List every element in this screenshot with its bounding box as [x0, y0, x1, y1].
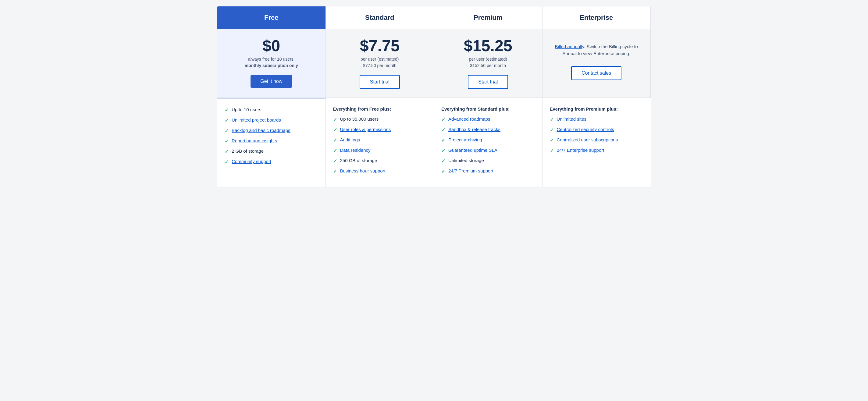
plan-header-enterprise: Enterprise	[542, 6, 651, 29]
check-icon: ✓	[550, 148, 554, 154]
feature-premium-5: ✓ 24/7 Premium support	[441, 168, 535, 174]
billed-annually-link[interactable]: Billed annually	[555, 44, 584, 49]
price-sub-free: always free for 10 users, monthly subscr…	[245, 56, 298, 69]
centralized-subscriptions-link[interactable]: Centralized user subscriptions	[557, 137, 618, 142]
plan-features-enterprise: Everything from Premium plus: ✓ Unlimite…	[542, 98, 651, 187]
feature-standard-4: ✓ 250 GB of storage	[333, 158, 427, 164]
plan-name-free: Free	[264, 14, 278, 21]
plan-pricing-free: $0 always free for 10 users, monthly sub…	[217, 29, 326, 98]
start-trial-premium-button[interactable]: Start trial	[468, 75, 508, 89]
check-icon: ✓	[225, 118, 228, 123]
feature-free-0: ✓ Up to 10 users	[225, 107, 318, 113]
price-sub-premium: per user (estimated) $152.50 per month	[469, 56, 507, 69]
plan-features-standard: Everything from Free plus: ✓ Up to 35,00…	[326, 98, 434, 187]
check-icon: ✓	[225, 159, 228, 165]
price-standard: $7.75	[360, 38, 400, 54]
price-free: $0	[262, 38, 280, 54]
unlimited-sites-link[interactable]: Unlimited sites	[557, 116, 587, 122]
uptime-sla-link[interactable]: Guaranteed uptime SLA	[448, 148, 497, 153]
plan-name-enterprise: Enterprise	[580, 14, 613, 21]
feature-standard-3: ✓ Data residency	[333, 148, 427, 154]
reporting-insights-link[interactable]: Reporting and insights	[231, 138, 277, 143]
check-icon: ✓	[225, 149, 228, 154]
feature-free-3: ✓ Reporting and insights	[225, 138, 318, 144]
feature-enterprise-2: ✓ Centralized user subscriptions	[550, 137, 644, 143]
check-icon: ✓	[441, 148, 445, 154]
features-heading-premium: Everything from Standard plus:	[441, 106, 535, 112]
feature-standard-1: ✓ User roles & permissions	[333, 127, 427, 133]
check-icon: ✓	[550, 117, 554, 123]
plan-pricing-premium: $15.25 per user (estimated) $152.50 per …	[434, 29, 542, 98]
check-icon: ✓	[550, 137, 554, 143]
user-roles-link[interactable]: User roles & permissions	[340, 127, 391, 132]
check-icon: ✓	[441, 158, 445, 164]
feature-standard-0: ✓ Up to 35,000 users	[333, 116, 427, 123]
check-icon: ✓	[550, 127, 554, 133]
plan-name-standard: Standard	[365, 14, 394, 21]
feature-enterprise-1: ✓ Centralized security controls	[550, 127, 644, 133]
check-icon: ✓	[441, 137, 445, 143]
plan-header-standard: Standard	[326, 6, 434, 29]
check-icon: ✓	[441, 168, 445, 174]
enterprise-support-link[interactable]: 24/7 Enterprise support	[557, 148, 604, 153]
feature-premium-4: ✓ Unlimited storage	[441, 158, 535, 164]
check-icon: ✓	[225, 138, 228, 144]
feature-premium-3: ✓ Guaranteed uptime SLA	[441, 148, 535, 154]
contact-sales-button[interactable]: Contact sales	[571, 66, 621, 80]
feature-premium-1: ✓ Sandbox & release tracks	[441, 127, 535, 133]
check-icon: ✓	[333, 158, 337, 164]
project-archiving-link[interactable]: Project archiving	[448, 137, 482, 142]
feature-enterprise-0: ✓ Unlimited sites	[550, 116, 644, 123]
plan-name-premium: Premium	[474, 14, 502, 21]
audit-logs-link[interactable]: Audit logs	[340, 137, 360, 142]
plan-header-free: Free	[217, 6, 326, 29]
sandbox-release-link[interactable]: Sandbox & release tracks	[448, 127, 500, 132]
plan-features-premium: Everything from Standard plus: ✓ Advance…	[434, 98, 542, 187]
pricing-table: Free Standard Premium Enterprise $0 alwa…	[217, 6, 651, 187]
feature-premium-0: ✓ Advanced roadmaps	[441, 116, 535, 123]
feature-free-2: ✓ Backlog and basic roadmaps	[225, 128, 318, 134]
feature-standard-2: ✓ Audit logs	[333, 137, 427, 143]
price-sub-enterprise: Billed annually. Switch the Billing cycl…	[549, 40, 645, 60]
check-icon: ✓	[225, 107, 228, 113]
feature-enterprise-3: ✓ 24/7 Enterprise support	[550, 148, 644, 154]
features-heading-standard: Everything from Free plus:	[333, 106, 427, 112]
start-trial-standard-button[interactable]: Start trial	[360, 75, 400, 89]
backlog-roadmaps-link[interactable]: Backlog and basic roadmaps	[231, 128, 290, 133]
check-icon: ✓	[441, 117, 445, 123]
data-residency-link[interactable]: Data residency	[340, 148, 371, 153]
feature-free-4: ✓ 2 GB of storage	[225, 148, 318, 154]
plan-pricing-standard: $7.75 per user (estimated) $77.50 per mo…	[326, 29, 434, 98]
plan-pricing-enterprise: Billed annually. Switch the Billing cycl…	[542, 29, 651, 98]
business-hour-support-link[interactable]: Business hour support	[340, 168, 385, 174]
check-icon: ✓	[333, 127, 337, 133]
unlimited-project-boards-link[interactable]: Unlimited project boards	[231, 117, 281, 123]
get-it-now-button[interactable]: Get it now	[250, 75, 292, 88]
check-icon: ✓	[333, 137, 337, 143]
feature-standard-5: ✓ Business hour support	[333, 168, 427, 174]
check-icon: ✓	[333, 168, 337, 174]
plan-header-premium: Premium	[434, 6, 542, 29]
price-sub-standard: per user (estimated) $77.50 per month	[361, 56, 399, 69]
community-support-link[interactable]: Community support	[231, 159, 271, 164]
feature-free-5: ✓ Community support	[225, 159, 318, 165]
check-icon: ✓	[333, 117, 337, 123]
premium-support-link[interactable]: 24/7 Premium support	[448, 168, 493, 174]
price-premium: $15.25	[464, 38, 512, 54]
check-icon: ✓	[441, 127, 445, 133]
check-icon: ✓	[225, 128, 228, 134]
check-icon: ✓	[333, 148, 337, 154]
feature-free-1: ✓ Unlimited project boards	[225, 117, 318, 123]
feature-premium-2: ✓ Project archiving	[441, 137, 535, 143]
advanced-roadmaps-link[interactable]: Advanced roadmaps	[448, 116, 490, 122]
features-heading-enterprise: Everything from Premium plus:	[550, 106, 644, 112]
centralized-security-link[interactable]: Centralized security controls	[557, 127, 614, 132]
plan-features-free: ✓ Up to 10 users ✓ Unlimited project boa…	[217, 98, 326, 187]
